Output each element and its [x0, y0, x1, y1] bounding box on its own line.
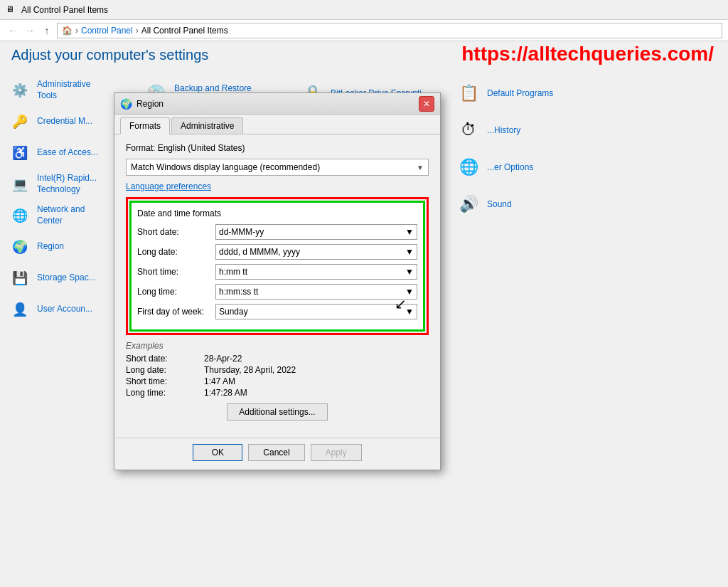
sidebar-item-intel-label: Intel(R) Rapid...Technology	[37, 173, 97, 195]
right-item-sound[interactable]: 🔊 Sound	[449, 186, 605, 223]
long-date-value: dddd, d MMMM, yyyy	[219, 247, 300, 257]
right-item-history[interactable]: ⏱ ...History	[449, 112, 605, 149]
sidebar-item-credential[interactable]: 🔑 Credential M...	[0, 106, 124, 137]
right-item-sound-label: Sound	[487, 199, 512, 209]
example-short-time-value: 1:47 AM	[204, 376, 235, 386]
short-date-arrow: ▼	[405, 227, 414, 237]
short-date-value: dd-MMM-yy	[219, 227, 264, 237]
sidebar-item-region-label: Region	[37, 241, 64, 253]
up-btn[interactable]: ↑	[40, 23, 54, 38]
sidebar-item-network[interactable]: 🌐 Network andCenter	[0, 200, 124, 231]
short-time-arrow: ▼	[405, 267, 414, 277]
right-item-internet-options-label: ...er Options	[487, 162, 533, 172]
sidebar-item-administrative[interactable]: ⚙️ AdministrativeTools	[0, 75, 124, 106]
breadcrumb-all-items: All Control Panel Items	[141, 26, 228, 36]
administrative-icon: ⚙️	[9, 79, 31, 102]
internet-options-icon: 🌐	[456, 154, 481, 180]
format-dropdown-value: Match Windows display language (recommen…	[131, 162, 320, 172]
long-date-arrow: ▼	[405, 247, 414, 257]
dialog-title-text: Region	[136, 99, 164, 109]
tab-formats[interactable]: Formats	[120, 117, 170, 134]
example-short-time-label: Short time:	[126, 376, 204, 386]
example-short-time: Short time: 1:47 AM	[126, 376, 429, 386]
sidebar-item-storage[interactable]: 💾 Storage Spac...	[0, 263, 124, 294]
dialog-body: Format: English (United States) Match Wi…	[114, 134, 440, 438]
sound-icon: 🔊	[456, 191, 481, 217]
first-day-arrow: ▼	[405, 307, 414, 317]
short-time-row: Short time: h:mm tt ▼	[137, 264, 417, 280]
sidebar-item-useraccount-label: User Accoun...	[37, 304, 92, 315]
format-label: Format: English (United States)	[126, 143, 245, 153]
examples-title: Examples	[126, 341, 429, 351]
short-date-label: Short date:	[137, 227, 215, 237]
first-day-label: First day of week:	[137, 307, 215, 317]
short-time-value: h:mm tt	[219, 267, 247, 277]
first-day-select[interactable]: Sunday ▼	[215, 304, 417, 319]
right-item-default-programs[interactable]: 📋 Default Programs	[449, 75, 605, 112]
dialog-tabs: Formats Administrative	[114, 115, 440, 134]
dialog-footer: OK Cancel Apply	[114, 438, 440, 470]
right-item-internet-options[interactable]: 🌐 ...er Options	[449, 149, 605, 186]
example-long-time-label: Long time:	[126, 388, 204, 398]
example-long-time: Long time: 1:47:28 AM	[126, 388, 429, 398]
formats-section-outer: Date and time formats Short date: dd-MMM…	[126, 197, 429, 335]
additional-settings-btn[interactable]: Additional settings...	[227, 403, 327, 421]
sidebar-item-useraccount[interactable]: 👤 User Accoun...	[0, 294, 124, 325]
intel-icon: 💻	[9, 173, 31, 196]
credential-icon: 🔑	[9, 110, 31, 133]
right-item-history-label: ...History	[487, 125, 520, 135]
cancel-btn[interactable]: Cancel	[248, 444, 304, 461]
ok-btn[interactable]: OK	[193, 444, 242, 461]
example-short-date-label: Short date:	[126, 354, 204, 364]
format-dropdown[interactable]: Match Windows display language (recommen…	[126, 159, 429, 176]
region-icon: 🌍	[9, 236, 31, 258]
sidebar: ⚙️ AdministrativeTools 🔑 Credential M...…	[0, 69, 124, 587]
title-bar-icon: 🖥	[6, 4, 17, 16]
format-dropdown-arrow: ▼	[417, 164, 424, 171]
example-long-date-label: Long date:	[126, 365, 204, 375]
back-btn[interactable]: ←	[6, 23, 20, 38]
dialog-title-left: 🌍 Region	[120, 98, 164, 110]
sidebar-item-network-label: Network andCenter	[37, 204, 85, 226]
long-date-select[interactable]: dddd, d MMMM, yyyy ▼	[215, 244, 417, 260]
dialog-close-btn[interactable]: ✕	[419, 96, 434, 112]
title-bar-title: All Control Panel Items	[21, 5, 108, 15]
network-icon: 🌐	[9, 204, 31, 227]
formats-section-title: Date and time formats	[137, 208, 417, 218]
language-pref-link[interactable]: Language preferences	[126, 181, 211, 191]
sidebar-item-ease[interactable]: ♿ Ease of Acces...	[0, 137, 124, 169]
example-long-date: Long date: Thursday, 28 April, 2022	[126, 365, 429, 375]
short-time-select[interactable]: h:mm tt ▼	[215, 264, 417, 280]
long-time-arrow: ▼	[405, 287, 414, 297]
first-day-value: Sunday	[219, 307, 248, 317]
watermark: https://alltechqueries.com/	[461, 43, 714, 65]
breadcrumb: 🏠 › Control Panel › All Control Panel It…	[57, 23, 722, 38]
long-time-row: Long time: h:mm:ss tt ▼	[137, 284, 417, 300]
sidebar-item-administrative-label: AdministrativeTools	[37, 79, 90, 101]
long-date-row: Long date: dddd, d MMMM, yyyy ▼	[137, 244, 417, 260]
short-date-select[interactable]: dd-MMM-yy ▼	[215, 224, 417, 240]
region-dialog: 🌍 Region ✕ Formats Administrative Format…	[114, 92, 441, 470]
sidebar-item-credential-label: Credential M...	[37, 116, 92, 127]
useraccount-icon: 👤	[9, 298, 31, 321]
breadcrumb-control-panel[interactable]: Control Panel	[81, 26, 133, 36]
sidebar-item-region[interactable]: 🌍 Region	[0, 231, 124, 263]
first-day-row: First day of week: Sunday ▼	[137, 304, 417, 319]
sidebar-item-intel[interactable]: 💻 Intel(R) Rapid...Technology	[0, 169, 124, 200]
formats-section-inner: Date and time formats Short date: dd-MMM…	[129, 201, 425, 332]
dialog-title-icon: 🌍	[120, 98, 132, 110]
default-programs-icon: 📋	[456, 80, 481, 106]
example-short-date-value: 28-Apr-22	[204, 354, 242, 364]
ease-icon: ♿	[9, 142, 31, 164]
short-time-label: Short time:	[137, 267, 215, 277]
tab-administrative[interactable]: Administrative	[171, 117, 243, 134]
short-date-row: Short date: dd-MMM-yy ▼	[137, 224, 417, 240]
example-short-date: Short date: 28-Apr-22	[126, 354, 429, 364]
title-bar: 🖥 All Control Panel Items	[0, 0, 728, 20]
forward-btn[interactable]: →	[23, 23, 37, 38]
history-icon: ⏱	[456, 117, 481, 143]
format-row: Format: English (United States)	[126, 143, 429, 153]
long-time-select[interactable]: h:mm:ss tt ▼	[215, 284, 417, 300]
apply-btn[interactable]: Apply	[311, 444, 362, 461]
sidebar-item-storage-label: Storage Spac...	[37, 273, 96, 284]
